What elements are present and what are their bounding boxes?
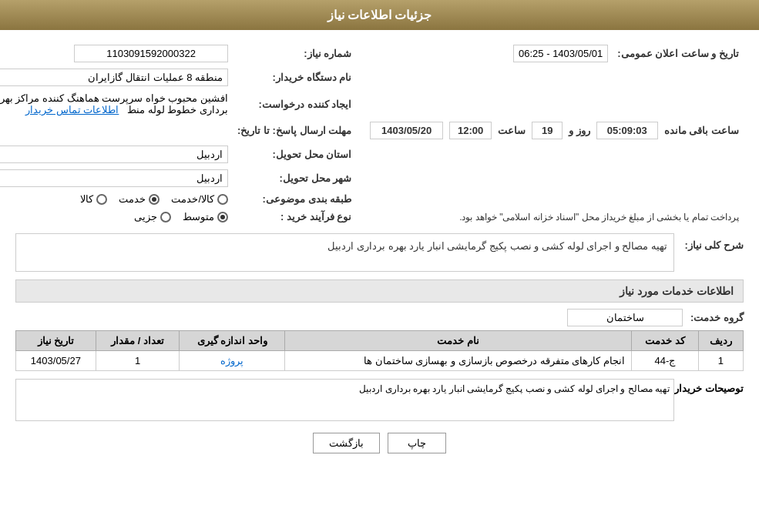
page-header: جزئیات اطلاعات نیاز	[0, 0, 759, 30]
row-num: 1	[698, 351, 743, 371]
radio-khedmat	[149, 194, 160, 205]
col-header-name: نام خدمت	[285, 331, 632, 351]
info-table: تاریخ و ساعت اعلان عمومی: 1403/05/01 - 0…	[0, 42, 744, 226]
category-label-kala: کالا	[80, 193, 93, 205]
announcement-label: تاریخ و ساعت اعلان عمومی:	[613, 42, 744, 65]
category-radio-group: کالا/خدمت خدمت کالا	[0, 193, 228, 205]
purchase-type-label: نوع فرآیند خرید :	[233, 208, 356, 226]
need-description-value: تهیه مصالح و اجرای لوله کشی و نصب پکیج گ…	[15, 233, 674, 272]
service-date: 1403/05/27	[16, 351, 96, 371]
radio-jozi	[160, 212, 171, 223]
province-label: استان محل تحویل:	[233, 142, 356, 166]
response-date: 1403/05/20	[370, 122, 443, 139]
response-time: 12:00	[449, 122, 492, 139]
buttons-row: چاپ بازگشت	[15, 433, 744, 469]
back-button[interactable]: بازگشت	[313, 433, 380, 453]
radio-kala-khedmat	[217, 194, 228, 205]
need-description-section: شرح کلی نیاز: تهیه مصالح و اجرای لوله کش…	[15, 233, 744, 272]
services-section-title: اطلاعات خدمات مورد نیاز	[15, 279, 744, 303]
purchase-type-option-jozi[interactable]: جزیی	[134, 211, 171, 223]
requester-label: ایجاد کننده درخواست:	[233, 89, 356, 119]
services-table: ردیف کد خدمت نام خدمت واحد اندازه گیری ت…	[15, 330, 744, 371]
service-group-label: گروه خدمت:	[690, 312, 744, 323]
col-header-code: کد خدمت	[632, 331, 699, 351]
category-option-khedmat[interactable]: خدمت	[119, 193, 160, 205]
print-button[interactable]: چاپ	[388, 433, 446, 453]
category-label-khedmat: خدمت	[119, 193, 146, 205]
requester-link[interactable]: اطلاعات تماس خریدار	[25, 104, 119, 115]
province-value: اردبیل	[0, 146, 228, 163]
purchase-type-label-jozi: جزیی	[134, 211, 157, 223]
radio-kala	[96, 194, 107, 205]
service-code: ج-44	[632, 351, 699, 371]
purchase-note: پرداخت تمام یا بخشی از مبلغ خریداز محل "…	[459, 212, 739, 223]
page-title: جزئیات اطلاعات نیاز	[327, 8, 432, 22]
day-label: روز و	[569, 125, 590, 136]
main-content: تاریخ و ساعت اعلان عمومی: 1403/05/01 - 0…	[0, 30, 759, 480]
response-deadline-label: مهلت ارسال پاسخ: تا تاریخ:	[233, 119, 356, 142]
time-label: ساعت	[498, 125, 526, 136]
category-option-kala[interactable]: کالا	[80, 193, 107, 205]
category-label: طبقه بندی موضوعی:	[233, 190, 356, 208]
radio-motevaset	[217, 212, 228, 223]
purchase-type-option-motevaset[interactable]: متوسط	[183, 211, 228, 223]
services-table-section: ردیف کد خدمت نام خدمت واحد اندازه گیری ت…	[15, 330, 744, 371]
buyer-description-label: توصیحات خریدار:	[682, 379, 744, 394]
service-name: انجام کارهای متفرقه درخصوص بازسازی و بهس…	[285, 351, 632, 371]
buyer-org-label: نام دستگاه خریدار:	[233, 65, 356, 89]
remaining-label: ساعت باقی مانده	[664, 125, 739, 136]
service-unit: پروژه	[180, 351, 285, 371]
purchase-type-radio-group: متوسط جزیی	[0, 211, 228, 223]
col-header-row: ردیف	[698, 331, 743, 351]
buyer-org-value: منطقه 8 عملیات انتقال گازایران	[0, 69, 228, 86]
city-label: شهر محل تحویل:	[233, 166, 356, 190]
purchase-type-label-motevaset: متوسط	[183, 211, 214, 223]
service-group-row: گروه خدمت: ساختمان	[15, 309, 744, 326]
col-header-unit: واحد اندازه گیری	[180, 331, 285, 351]
city-value: اردبیل	[0, 169, 228, 187]
buyer-description-section: توصیحات خریدار: تهیه مصالح و اجرای لوله …	[15, 379, 744, 421]
category-option-kala-khedmat[interactable]: کالا/خدمت	[171, 193, 228, 205]
col-header-qty: تعداد / مقدار	[96, 331, 180, 351]
response-days: 19	[532, 122, 563, 139]
category-label-kala-khedmat: کالا/خدمت	[171, 193, 214, 205]
announcement-value: 1403/05/01 - 06:25	[513, 45, 608, 62]
buyer-description-value: تهیه مصالح و اجرای لوله کشی و نصب پکیج گ…	[15, 379, 674, 421]
service-group-value: ساختمان	[567, 309, 683, 326]
need-description-label: شرح کلی نیاز:	[682, 233, 744, 251]
remaining-time: 05:09:03	[596, 122, 658, 139]
service-quantity: 1	[96, 351, 180, 371]
page-container: جزئیات اطلاعات نیاز تاریخ و ساعت اعلان ع…	[0, 0, 759, 532]
need-number-label: شماره نیاز:	[233, 42, 356, 65]
table-row: 1 ج-44 انجام کارهای متفرقه درخصوص بازساز…	[16, 351, 744, 371]
col-header-date: تاریخ نیاز	[16, 331, 96, 351]
need-number-value: 1103091592000322	[74, 45, 228, 62]
